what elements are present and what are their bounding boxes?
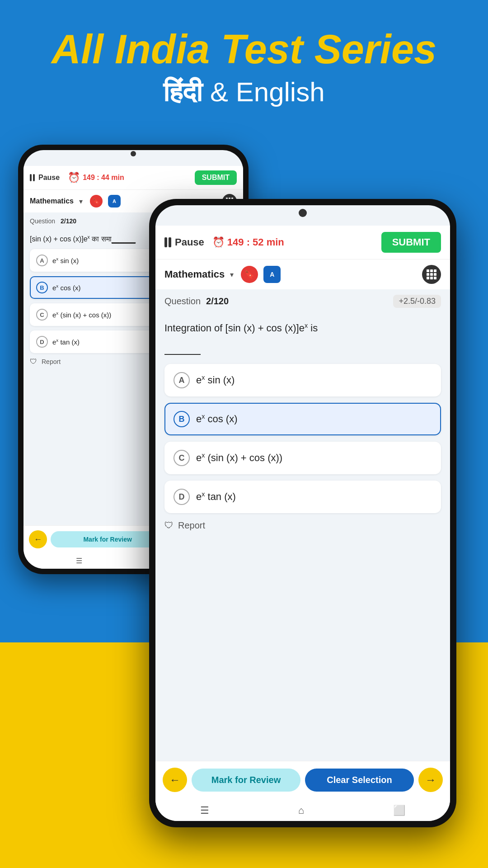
back-submit-button[interactable]: SUBMIT bbox=[195, 170, 237, 185]
front-timer: ⏰ 149 : 52 min bbox=[212, 236, 284, 248]
back-timer-value: 149 : 44 min bbox=[83, 174, 124, 182]
front-subject-bar: Mathematics ▾ 🔖 A bbox=[155, 259, 450, 289]
front-timer-icon: ⏰ bbox=[212, 236, 225, 248]
front-option-b-text: ex cos (x) bbox=[196, 413, 238, 425]
front-option-b-circle: B bbox=[174, 411, 190, 427]
front-marks-badge: +2.5/-0.83 bbox=[393, 295, 441, 308]
front-question-meta: Question 2/120 +2.5/-0.83 bbox=[155, 289, 450, 313]
front-grid-icon bbox=[427, 269, 436, 279]
back-timer: ⏰ 149 : 44 min bbox=[68, 172, 124, 184]
front-options-list: A ex sin (x) B ex cos (x) C ex (sin (x) … bbox=[155, 364, 450, 513]
front-report-section[interactable]: 🛡 Report bbox=[155, 513, 450, 538]
back-subject-name: Mathematics bbox=[30, 197, 74, 205]
pause-icon bbox=[30, 174, 35, 181]
front-subject-name: Mathematics bbox=[164, 269, 225, 280]
front-report-icon: 🛡 bbox=[164, 520, 174, 531]
back-option-b-text: ex cos (x) bbox=[52, 283, 80, 292]
back-option-c-circle: C bbox=[36, 309, 48, 321]
front-timer-value: 149 : 52 min bbox=[227, 236, 284, 248]
back-dropdown-arrow[interactable]: ▾ bbox=[79, 197, 83, 206]
front-report-label: Report bbox=[178, 520, 205, 531]
app-title: All India Test Series bbox=[0, 27, 488, 72]
back-option-d-text: ex tan (x) bbox=[52, 338, 80, 346]
front-pause-icon bbox=[164, 237, 171, 247]
front-dropdown-arrow[interactable]: ▾ bbox=[230, 270, 234, 279]
front-clear-selection-button[interactable]: Clear Selection bbox=[305, 769, 414, 792]
back-pause-button[interactable]: Pause bbox=[30, 174, 60, 182]
front-option-b[interactable]: B ex cos (x) bbox=[164, 403, 441, 435]
back-report-icon: 🛡 bbox=[30, 358, 37, 366]
back-report-label: Report bbox=[42, 358, 61, 365]
front-pause-button[interactable]: Pause bbox=[164, 236, 204, 248]
back-option-a-circle: A bbox=[36, 255, 48, 266]
front-mark-review-button[interactable]: Mark for Review bbox=[192, 769, 300, 792]
front-top-bar: Pause ⏰ 149 : 52 min SUBMIT bbox=[155, 226, 450, 259]
front-option-a-circle: A bbox=[174, 372, 190, 388]
front-action-bar: ← Mark for Review Clear Selection → bbox=[155, 761, 450, 798]
front-option-c-text: ex (sin (x) + cos (x)) bbox=[196, 452, 282, 464]
front-lang-button[interactable]: A bbox=[263, 266, 281, 283]
back-question-num: 2/120 bbox=[61, 217, 76, 225]
back-bookmark-button[interactable]: 🔖 bbox=[90, 195, 103, 208]
front-option-d-text: ex tan (x) bbox=[196, 491, 236, 503]
front-nav-home-icon[interactable]: ⌂ bbox=[298, 805, 304, 816]
english-text: English bbox=[236, 77, 325, 107]
front-option-a[interactable]: A ex sin (x) bbox=[164, 364, 441, 396]
connector-text: & bbox=[202, 77, 235, 107]
back-pause-label: Pause bbox=[38, 174, 60, 182]
front-camera-dot bbox=[299, 209, 307, 217]
front-question-text: Integration of [sin (x) + cos (x)]ex is bbox=[155, 313, 450, 364]
front-next-button[interactable]: → bbox=[418, 768, 443, 792]
front-option-d-circle: D bbox=[174, 489, 190, 505]
back-lang-button[interactable]: A bbox=[108, 195, 121, 208]
front-question-num: 2/120 bbox=[206, 296, 229, 307]
front-bookmark-button[interactable]: 🔖 bbox=[241, 266, 258, 283]
back-option-b-circle: B bbox=[36, 282, 48, 293]
back-question-label: Question bbox=[30, 217, 55, 225]
back-camera-dot bbox=[131, 151, 136, 156]
back-top-bar: Pause ⏰ 149 : 44 min SUBMIT bbox=[23, 166, 243, 189]
front-sys-nav: ☰ ⌂ ⬜ bbox=[155, 798, 450, 821]
front-submit-button[interactable]: SUBMIT bbox=[381, 232, 441, 253]
back-mark-review-button[interactable]: Mark for Review bbox=[51, 531, 164, 547]
front-option-a-text: ex sin (x) bbox=[196, 374, 235, 386]
front-option-c-circle: C bbox=[174, 450, 190, 466]
front-nav-back-icon[interactable]: ⬜ bbox=[393, 805, 405, 816]
back-option-a-text: ex sin (x) bbox=[52, 256, 79, 264]
front-prev-button[interactable]: ← bbox=[163, 768, 187, 792]
front-question-label: Question bbox=[164, 296, 201, 307]
back-nav-menu-icon[interactable]: ☰ bbox=[76, 557, 82, 565]
timer-icon: ⏰ bbox=[68, 172, 80, 184]
back-option-d-circle: D bbox=[36, 336, 48, 348]
back-option-c-text: ex (sin (x) + cos (x)) bbox=[52, 311, 111, 319]
front-nav-menu-icon[interactable]: ☰ bbox=[200, 805, 209, 816]
front-pause-label: Pause bbox=[175, 236, 204, 248]
front-option-c[interactable]: C ex (sin (x) + cos (x)) bbox=[164, 442, 441, 474]
back-prev-button[interactable]: ← bbox=[29, 530, 47, 548]
front-option-d[interactable]: D ex tan (x) bbox=[164, 481, 441, 513]
phone-front: Pause ⏰ 149 : 52 min SUBMIT Mathematics … bbox=[149, 199, 456, 827]
front-grid-button[interactable] bbox=[422, 265, 441, 284]
hindi-text: हिंदी bbox=[163, 77, 202, 107]
app-subtitle: हिंदी & English bbox=[0, 76, 488, 108]
